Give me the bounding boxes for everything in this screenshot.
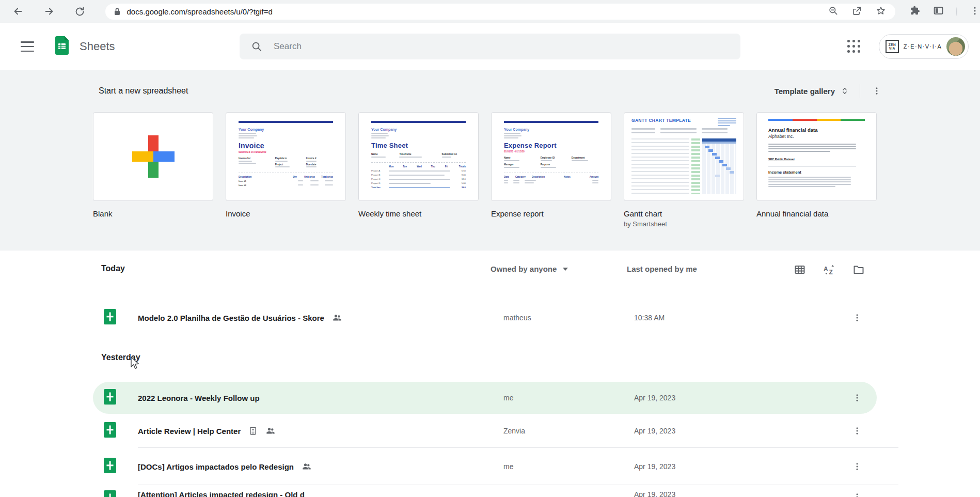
url-text: docs.google.com/spreadsheets/u/0/?tgif=d bbox=[127, 7, 828, 16]
grid-view-button[interactable] bbox=[793, 262, 807, 277]
file-date: Apr 19, 2023 bbox=[634, 394, 675, 402]
main-menu-button[interactable] bbox=[21, 41, 34, 52]
kebab-menu-icon bbox=[852, 426, 862, 436]
section-heading-yesterday-wrap: Yesterday bbox=[0, 351, 980, 372]
side-panel-button[interactable] bbox=[933, 5, 944, 18]
search-placeholder: Search bbox=[274, 41, 302, 52]
sheets-file-icon bbox=[104, 458, 116, 475]
google-apps-button[interactable] bbox=[847, 40, 861, 53]
caret-down-icon bbox=[563, 268, 568, 271]
owner-filter-button[interactable]: Owned by anyone bbox=[491, 265, 568, 273]
template-thumbnail-timesheet[interactable]: Your Company Time Sheet Name Timeframe S… bbox=[358, 112, 479, 201]
sheets-file-icon bbox=[104, 422, 116, 440]
kebab-menu-icon bbox=[852, 313, 862, 322]
browser-avatar bbox=[956, 7, 957, 16]
app-header: Sheets Search ZENVIA Z·E·N·V·I·A bbox=[0, 23, 980, 70]
browser-window: docs.google.com/spreadsheets/u/0/?tgif=d bbox=[0, 0, 980, 497]
app-title: Sheets bbox=[80, 40, 115, 53]
thumb-text-block bbox=[239, 133, 333, 138]
template-card-annual: Annual financial data Alphabet Inc. SEC … bbox=[756, 112, 877, 228]
star-icon bbox=[876, 6, 886, 16]
template-label: Invoice bbox=[226, 209, 346, 218]
template-label: Gantt chart bbox=[624, 209, 744, 218]
template-thumbnail-invoice[interactable]: Your Company Invoice Submitted on 01/01/… bbox=[226, 112, 346, 201]
template-card-invoice: Your Company Invoice Submitted on 01/01/… bbox=[226, 112, 346, 228]
account-switcher[interactable]: ZENVIA Z·E·N·V·I·A bbox=[879, 34, 969, 59]
template-gallery-button[interactable]: Template gallery bbox=[774, 86, 849, 96]
template-thumbnail-annual[interactable]: Annual financial data Alphabet Inc. SEC … bbox=[756, 112, 877, 201]
row-menu-button[interactable] bbox=[850, 460, 864, 473]
account-label: Z·E·N·V·I·A bbox=[904, 43, 942, 50]
kebab-menu-icon bbox=[852, 393, 862, 402]
file-title: [DOCs] Artigos impactados pelo Redesign bbox=[138, 462, 294, 471]
file-row-partial[interactable]: [Attention] Articles impacted redesign -… bbox=[0, 488, 980, 497]
thumb-gantt-grid bbox=[631, 138, 736, 194]
browser-actions bbox=[910, 5, 980, 18]
row-menu-button[interactable] bbox=[850, 311, 864, 324]
extensions-button[interactable] bbox=[910, 5, 921, 18]
shared-people-icon bbox=[302, 461, 312, 472]
zoom-out-button[interactable] bbox=[828, 6, 839, 18]
template-thumbnail-expense[interactable]: Your Company Expense Report 01/01/20 - 0… bbox=[491, 112, 611, 201]
bookmark-star-button[interactable] bbox=[876, 6, 886, 18]
template-card-timesheet: Your Company Time Sheet Name Timeframe S… bbox=[358, 112, 479, 228]
sheets-file-icon bbox=[104, 309, 116, 327]
file-row[interactable]: Article Review | Help Center Zenvia Apr … bbox=[0, 414, 980, 448]
lock-icon bbox=[114, 7, 121, 15]
open-file-picker-button[interactable] bbox=[851, 262, 866, 277]
thumb-form-block bbox=[631, 128, 736, 134]
reload-button[interactable] bbox=[73, 5, 87, 18]
template-sublabel: by Smartsheet bbox=[624, 220, 744, 228]
address-bar-actions bbox=[828, 6, 886, 18]
thumb-text-block bbox=[718, 118, 736, 127]
account-avatar[interactable] bbox=[946, 37, 965, 56]
puzzle-icon bbox=[910, 5, 921, 16]
thumb-text-block bbox=[504, 133, 598, 138]
share-button[interactable] bbox=[852, 6, 862, 18]
back-button[interactable] bbox=[11, 5, 25, 18]
file-date: 10:38 AM bbox=[634, 314, 665, 322]
sort-az-button[interactable]: AZ bbox=[822, 262, 836, 277]
template-label: Weekly time sheet bbox=[358, 209, 479, 218]
side-panel-icon bbox=[933, 5, 944, 16]
browser-profile-button[interactable] bbox=[956, 8, 957, 15]
row-menu-button[interactable] bbox=[850, 490, 864, 497]
forward-button[interactable] bbox=[42, 5, 56, 18]
browser-menu-button[interactable] bbox=[970, 6, 980, 18]
file-row-selected[interactable]: 2022 Leonora - Weekly Follow up me Apr 1… bbox=[0, 382, 980, 414]
shared-people-icon bbox=[265, 426, 276, 436]
file-owner: me bbox=[503, 462, 513, 471]
file-row[interactable]: Modelo 2.0 Planilha de Gestão de Usuário… bbox=[0, 301, 980, 334]
sheets-logo-icon[interactable] bbox=[52, 35, 72, 58]
file-owner: me bbox=[503, 394, 513, 402]
template-options-button[interactable] bbox=[871, 85, 883, 97]
file-title: Modelo 2.0 Planilha de Gestão de Usuário… bbox=[138, 314, 324, 322]
template-card-blank: Blank bbox=[93, 112, 213, 228]
unfold-icon bbox=[840, 86, 849, 96]
kebab-menu-icon bbox=[852, 492, 862, 497]
file-title: Article Review | Help Center bbox=[138, 427, 241, 436]
svg-text:Z: Z bbox=[829, 269, 833, 276]
search-input[interactable]: Search bbox=[240, 34, 740, 59]
browser-toolbar: docs.google.com/spreadsheets/u/0/?tgif=d bbox=[0, 0, 980, 23]
template-section-title: Start a new spreadsheet bbox=[99, 86, 188, 96]
google-color-bar bbox=[768, 119, 865, 121]
template-thumbnail-blank[interactable] bbox=[93, 112, 213, 201]
file-row[interactable]: [DOCs] Artigos impactados pelo Redesign … bbox=[0, 448, 980, 485]
badge-icon bbox=[248, 426, 258, 436]
template-cards: Blank Your Company Invoice Submitted on … bbox=[93, 112, 883, 228]
template-label: Blank bbox=[93, 209, 213, 218]
thumb-text-block bbox=[371, 133, 466, 138]
sheets-file-icon bbox=[104, 389, 116, 407]
row-menu-button[interactable] bbox=[850, 391, 864, 405]
template-thumbnail-gantt[interactable]: GANTT CHART TEMPLATE bbox=[624, 112, 744, 201]
grid-view-icon bbox=[794, 263, 806, 276]
template-section-header: Start a new spreadsheet Template gallery bbox=[93, 70, 883, 112]
last-opened-sort-button[interactable]: Last opened by me bbox=[627, 265, 697, 273]
zoom-out-icon bbox=[828, 6, 839, 16]
address-bar[interactable]: docs.google.com/spreadsheets/u/0/?tgif=d bbox=[105, 4, 895, 20]
search-icon bbox=[251, 41, 262, 52]
template-card-expense: Your Company Expense Report 01/01/20 - 0… bbox=[491, 112, 611, 228]
forward-icon bbox=[43, 6, 55, 17]
row-menu-button[interactable] bbox=[850, 424, 864, 438]
